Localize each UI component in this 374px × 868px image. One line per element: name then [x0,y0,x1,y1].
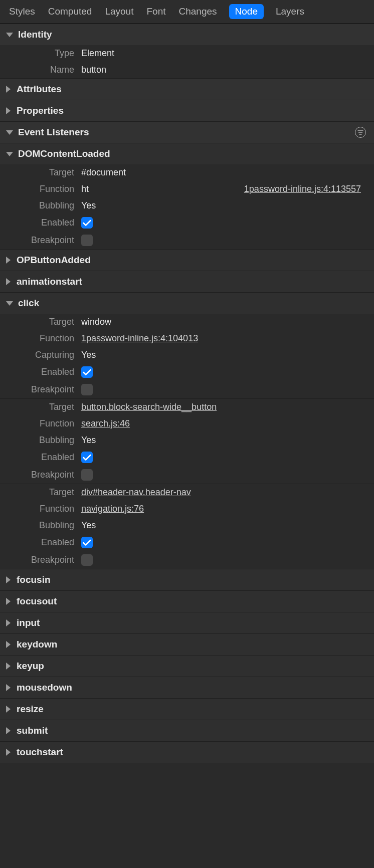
listener-breakpoint-row: Breakpoint [0,232,374,249]
identity-name-row: Name button [0,62,374,78]
kv-label: Target [0,167,81,178]
tab-computed[interactable]: Computed [47,4,93,19]
target-link[interactable]: button.block-search-wide__button [81,402,217,412]
tab-styles[interactable]: Styles [8,4,36,19]
listener-input[interactable]: input [0,612,374,633]
enabled-checkbox[interactable] [81,217,93,229]
listener-click[interactable]: click [0,292,374,314]
breakpoint-checkbox[interactable] [81,554,93,566]
listener-function-row: Function navigation.js:76 [0,501,374,517]
kv-label: Enabled [0,537,81,548]
kv-label: Function [0,504,81,514]
section-properties[interactable]: Properties [0,100,374,121]
tab-font[interactable]: Font [145,4,166,19]
listener-function-row: Function ht 1password-inline.js:4:113557 [0,181,374,197]
chevron-right-icon [6,749,11,756]
listener-bubbling-row: Bubbling Yes [0,432,374,449]
chevron-right-icon [6,278,11,285]
enabled-checkbox[interactable] [81,366,93,378]
breakpoint-checkbox[interactable] [81,469,93,481]
tab-layers[interactable]: Layers [275,4,305,19]
listener-breakpoint-row: Breakpoint [0,466,374,484]
kv-label: Capturing [0,350,81,360]
listener-target-row: Target div#header-nav.header-nav [0,484,374,501]
enabled-checkbox[interactable] [81,537,93,548]
listener-focusout[interactable]: focusout [0,590,374,612]
kv-label: Target [0,487,81,498]
kv-label: Breakpoint [0,235,81,246]
listener-enabled-row: Enabled [0,363,374,381]
source-link[interactable]: navigation.js:76 [81,504,144,514]
source-link[interactable]: 1password-inline.js:4:113557 [244,184,361,194]
listener-breakpoint-row: Breakpoint [0,551,374,569]
chevron-down-icon [6,33,13,37]
target-link[interactable]: div#header-nav.header-nav [81,487,191,498]
listener-function-row: Function 1password-inline.js:4:104013 [0,330,374,347]
kv-label: Function [0,418,81,429]
listener-name: focusout [17,596,368,607]
listener-name: OPButtonAdded [17,255,368,266]
chevron-right-icon [6,684,11,691]
listener-target-row: Target button.block-search-wide__button [0,399,374,415]
listener-name: animationstart [17,276,368,287]
listener-keydown[interactable]: keydown [0,633,374,655]
kv-label: Breakpoint [0,555,81,565]
listener-submit[interactable]: submit [0,720,374,741]
section-attributes[interactable]: Attributes [0,78,374,100]
tab-changes[interactable]: Changes [178,4,218,19]
listener-bubbling-row: Bubbling Yes [0,197,374,214]
listener-function-row: Function search.js:46 [0,415,374,432]
listener-name: submit [17,725,368,736]
section-event-listeners[interactable]: Event Listeners [0,121,374,143]
listener-resize[interactable]: resize [0,698,374,720]
chevron-right-icon [6,86,11,93]
source-link[interactable]: search.js:46 [81,418,130,429]
chevron-right-icon [6,576,11,583]
listener-name: resize [17,704,368,715]
kv-label: Function [0,333,81,344]
listener-name: mousedown [17,682,368,693]
kv-value: ht [81,184,89,194]
tab-layout[interactable]: Layout [104,4,134,19]
kv-label: Enabled [0,367,81,377]
breakpoint-checkbox[interactable] [81,235,93,246]
kv-value: #document [81,167,126,178]
listener-focusin[interactable]: focusin [0,569,374,590]
section-identity[interactable]: Identity [0,24,374,45]
enabled-checkbox[interactable] [81,452,93,463]
chevron-right-icon [6,641,11,648]
chevron-right-icon [6,107,11,114]
kv-label: Target [0,402,81,412]
section-title: Event Listeners [18,127,355,138]
listener-mousedown[interactable]: mousedown [0,677,374,698]
listener-name: keyup [17,661,368,672]
listener-name: DOMContentLoaded [18,148,368,159]
tab-node[interactable]: Node [229,4,264,19]
identity-type-row: Type Element [0,45,374,62]
section-title: Identity [18,29,368,40]
kv-label: Function [0,184,81,194]
listener-name: focusin [17,574,368,585]
kv-label: Name [0,65,81,75]
kv-value: window [81,317,111,327]
kv-label: Enabled [0,452,81,463]
listener-animationstart[interactable]: animationstart [0,271,374,292]
chevron-down-icon [6,130,13,135]
listener-name: input [17,617,368,628]
chevron-right-icon [6,619,11,626]
filter-icon[interactable] [355,127,366,138]
kv-label: Type [0,48,81,59]
breakpoint-checkbox[interactable] [81,384,93,395]
section-title: Attributes [17,84,368,95]
kv-label: Enabled [0,218,81,228]
kv-value: Yes [81,520,96,531]
listener-keyup[interactable]: keyup [0,655,374,677]
tabs-bar: Styles Computed Layout Font Changes Node… [0,0,374,24]
listener-touchstart[interactable]: touchstart [0,741,374,763]
source-link[interactable]: 1password-inline.js:4:104013 [81,333,198,344]
kv-label: Breakpoint [0,470,81,480]
listener-opbuttonadded[interactable]: OPButtonAdded [0,249,374,271]
chevron-right-icon [6,727,11,734]
kv-value: Yes [81,200,96,211]
listener-domcontentloaded[interactable]: DOMContentLoaded [0,143,374,164]
